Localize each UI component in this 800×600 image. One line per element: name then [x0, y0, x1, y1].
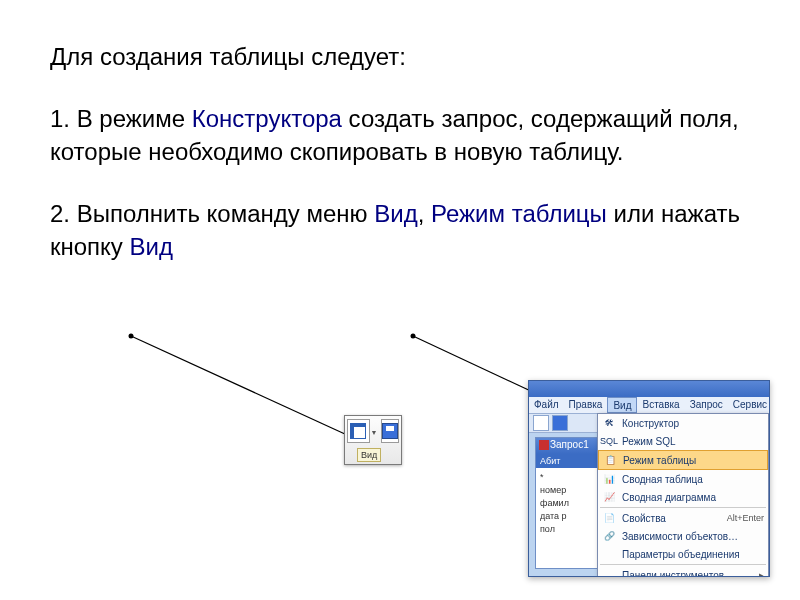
properties-icon: 📄	[602, 511, 616, 525]
label: Сводная таблица	[622, 474, 703, 485]
text: Выполнить команду меню	[77, 200, 375, 227]
pivot-table-icon: 📊	[602, 472, 616, 486]
text: В режиме	[77, 105, 192, 132]
dependencies-icon: 🔗	[602, 529, 616, 543]
svg-point-0	[129, 334, 134, 339]
title-bar	[529, 381, 769, 397]
slide-title: Для создания таблицы следует:	[50, 40, 750, 74]
menu-item-pivot-table[interactable]: 📊 Сводная таблица	[598, 470, 768, 488]
label: Зависимости объектов…	[622, 531, 738, 542]
mini-toolbar: ▼	[345, 416, 401, 444]
text: ,	[418, 200, 431, 227]
menu-item-toolbars[interactable]: Панели инструментов ▸	[598, 566, 768, 577]
label: Панели инструментов	[622, 570, 724, 578]
toolbar-new-icon[interactable]	[533, 415, 549, 431]
toolbar-save-icon[interactable]	[552, 415, 568, 431]
datasheet-icon	[350, 423, 366, 439]
view-button[interactable]: ▼	[347, 419, 370, 443]
menu-item-pivot-chart[interactable]: 📈 Сводная диаграмма	[598, 488, 768, 506]
menu-insert[interactable]: Вставка	[637, 397, 684, 413]
menu-item-join-params[interactable]: Параметры объединения	[598, 545, 768, 563]
menu-query[interactable]: Запрос	[685, 397, 728, 413]
separator	[600, 507, 766, 508]
menu-view[interactable]: Вид	[607, 397, 637, 413]
label: Параметры объединения	[622, 549, 740, 560]
save-button[interactable]	[381, 419, 399, 443]
menu-edit[interactable]: Правка	[564, 397, 608, 413]
menu-service[interactable]: Сервис	[728, 397, 770, 413]
view-dropdown: 🛠 Конструктор SQL Режим SQL 📋 Режим табл…	[597, 413, 769, 577]
menu-file[interactable]: Файл	[529, 397, 564, 413]
label: Сводная диаграмма	[622, 492, 716, 503]
menu-item-sql[interactable]: SQL Режим SQL	[598, 432, 768, 450]
access-window-screenshot: Файл Правка Вид Вставка Запрос Сервис Ок…	[528, 380, 770, 577]
pivot-chart-icon: 📈	[602, 490, 616, 504]
menu-bar: Файл Правка Вид Вставка Запрос Сервис Ок	[529, 397, 769, 414]
step-2: 2. Выполнить команду меню Вид, Режим таб…	[50, 197, 750, 264]
sql-icon: SQL	[602, 434, 616, 448]
submenu-arrow-icon: ▸	[759, 570, 764, 577]
step-1: 1. В режиме Конструктора создать запрос,…	[50, 102, 750, 169]
design-icon: 🛠	[602, 416, 616, 430]
highlight-constructor: Конструктора	[192, 105, 342, 132]
menu-item-design[interactable]: 🛠 Конструктор	[598, 414, 768, 432]
menu-item-dependencies[interactable]: 🔗 Зависимости объектов…	[598, 527, 768, 545]
step-number: 1.	[50, 105, 77, 132]
datasheet-icon: 📋	[603, 453, 617, 467]
label: Свойства	[622, 513, 666, 524]
highlight-view-button: Вид	[130, 233, 173, 260]
step-number: 2.	[50, 200, 77, 227]
menu-item-datasheet[interactable]: 📋 Режим таблицы	[598, 450, 768, 470]
highlight-table-mode: Режим таблицы	[431, 200, 607, 227]
tooltip: Вид	[357, 448, 381, 462]
svg-line-1	[131, 336, 358, 440]
label: Режим таблицы	[623, 455, 696, 466]
svg-point-2	[411, 334, 416, 339]
menu-item-properties[interactable]: 📄 Свойства Alt+Enter	[598, 509, 768, 527]
shortcut: Alt+Enter	[727, 513, 764, 523]
view-button-screenshot: ▼ Вид	[344, 415, 402, 465]
label: Режим SQL	[622, 436, 676, 447]
highlight-view: Вид	[374, 200, 417, 227]
save-icon	[382, 423, 398, 439]
dropdown-arrow-icon: ▼	[371, 429, 378, 436]
label: Конструктор	[622, 418, 679, 429]
blank-icon	[602, 568, 616, 577]
blank-icon	[602, 547, 616, 561]
separator	[600, 564, 766, 565]
slide-content: Для создания таблицы следует: 1. В режим…	[0, 0, 800, 332]
